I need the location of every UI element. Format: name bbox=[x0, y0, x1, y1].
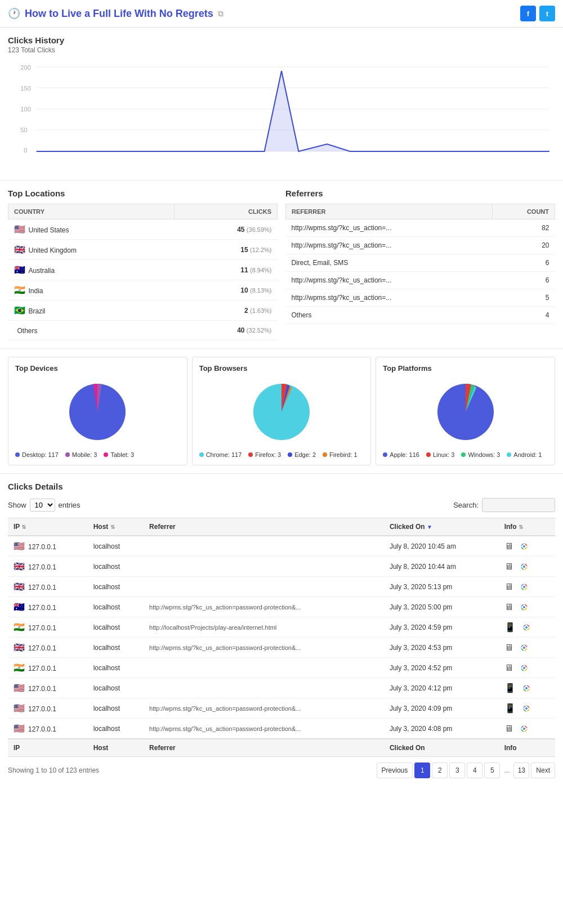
prev-button[interactable]: Previous bbox=[377, 762, 413, 778]
table-controls: Show 10 25 50 entries Search: bbox=[8, 498, 555, 512]
platforms-pie bbox=[383, 378, 548, 446]
legend-item: Chrome: 117 bbox=[199, 451, 242, 458]
location-country: 🇺🇸United States bbox=[8, 219, 175, 240]
devices-legend: Desktop: 117Mobile: 3Tablet: 3 bbox=[15, 451, 180, 458]
copy-icon[interactable]: ⧉ bbox=[218, 9, 224, 19]
social-icons: f t bbox=[520, 6, 555, 21]
info-column-header[interactable]: Info ⇅ bbox=[499, 518, 555, 536]
location-row: 🇦🇺Australia 11 (8.94%) bbox=[8, 260, 278, 280]
row-referrer bbox=[144, 658, 384, 678]
svg-text:0: 0 bbox=[24, 147, 27, 154]
location-clicks: 10 (8.13%) bbox=[175, 280, 278, 300]
svg-point-22 bbox=[523, 586, 525, 588]
top-devices-panel: Top Devices Desktop: 117Mobile: 3Tablet:… bbox=[8, 357, 187, 465]
svg-text:100: 100 bbox=[20, 106, 31, 113]
desktop-icon: 🖥 bbox=[504, 643, 513, 653]
row-referrer: http://localhost/Projects/play-area/inte… bbox=[144, 617, 384, 638]
legend-item: Windows: 3 bbox=[461, 451, 500, 458]
host-footer: Host bbox=[88, 739, 144, 757]
row-ip: 🇮🇳127.0.0.1 bbox=[8, 658, 88, 678]
referrer-count: 4 bbox=[492, 307, 555, 324]
referrer-footer: Referrer bbox=[144, 739, 384, 757]
row-info: 🖥 bbox=[499, 638, 555, 658]
location-row: 🇬🇧United Kingdom 15 (12.2%) bbox=[8, 240, 278, 260]
page-1-button[interactable]: 1 bbox=[414, 762, 430, 778]
ip-column-header[interactable]: IP ⇅ bbox=[8, 518, 88, 536]
row-ip: 🇬🇧127.0.0.1 bbox=[8, 557, 88, 577]
referrer-url: Others bbox=[286, 307, 493, 324]
row-clicked-on: July 3, 2020 4:52 pm bbox=[384, 658, 499, 678]
page-3-button[interactable]: 3 bbox=[449, 762, 465, 778]
referrer-row: Direct, Email, SMS 6 bbox=[286, 254, 555, 272]
chrome-icon bbox=[519, 724, 529, 734]
location-country: Others bbox=[8, 321, 175, 340]
page-5-button[interactable]: 5 bbox=[484, 762, 500, 778]
referrer-count: 6 bbox=[492, 254, 555, 272]
chrome-icon bbox=[519, 541, 529, 551]
search-input[interactable] bbox=[482, 498, 555, 512]
svg-point-25 bbox=[523, 606, 525, 608]
show-entries: Show 10 25 50 entries bbox=[8, 499, 81, 512]
referrer-url: http://wpms.stg/?kc_us_action=... bbox=[286, 237, 493, 254]
row-referrer bbox=[144, 678, 384, 698]
page-2-button[interactable]: 2 bbox=[432, 762, 448, 778]
row-info: 🖥 bbox=[499, 536, 555, 557]
row-host: localhost bbox=[88, 617, 144, 638]
twitter-button[interactable]: t bbox=[539, 6, 555, 21]
row-info: 🖥 bbox=[499, 557, 555, 577]
clicked-on-column-header[interactable]: Clicked On ▼ bbox=[384, 518, 499, 536]
page-13-button[interactable]: 13 bbox=[513, 762, 529, 778]
platforms-legend: Apple: 116Linux: 3Windows: 3Android: 1 bbox=[383, 451, 548, 458]
table-footer: Showing 1 to 10 of 123 entries Previous … bbox=[8, 762, 555, 778]
browsers-pie bbox=[199, 378, 364, 446]
table-row: 🇺🇸127.0.0.1 localhost July 8, 2020 10:45… bbox=[8, 536, 555, 557]
entries-select[interactable]: 10 25 50 bbox=[30, 499, 55, 512]
desktop-icon: 🖥 bbox=[504, 582, 513, 592]
header-left: 🕐 How to Live a Full Life With No Regret… bbox=[8, 7, 224, 20]
referrer-row: Others 4 bbox=[286, 307, 555, 324]
top-platforms-title: Top Platforms bbox=[383, 364, 548, 373]
row-host: localhost bbox=[88, 638, 144, 658]
referrer-row: http://wpms.stg/?kc_us_action=... 6 bbox=[286, 272, 555, 289]
row-ip: 🇺🇸127.0.0.1 bbox=[8, 698, 88, 719]
svg-point-37 bbox=[525, 687, 528, 689]
row-ip: 🇺🇸127.0.0.1 bbox=[8, 719, 88, 739]
host-column-header[interactable]: Host ⇅ bbox=[88, 518, 144, 536]
row-info: 🖥 bbox=[499, 577, 555, 597]
row-referrer bbox=[144, 536, 384, 557]
referrers-title: Referrers bbox=[285, 189, 555, 198]
page-4-button[interactable]: 4 bbox=[467, 762, 482, 778]
location-clicks: 11 (8.94%) bbox=[175, 260, 278, 280]
row-referrer: http://wpms.stg/?kc_us_action=password-p… bbox=[144, 597, 384, 617]
info-footer: Info bbox=[499, 739, 555, 757]
svg-point-16 bbox=[523, 545, 525, 548]
clicks-chart: 200 150 100 50 0 bbox=[8, 60, 555, 172]
location-row: 🇮🇳India 10 (8.13%) bbox=[8, 280, 278, 300]
show-label: Show bbox=[8, 501, 26, 509]
row-referrer: http://wpms.stg/?kc_us_action=password-p… bbox=[144, 719, 384, 739]
row-ip: 🇺🇸127.0.0.1 bbox=[8, 678, 88, 698]
chrome-icon bbox=[519, 602, 529, 612]
locations-table: COUNTRY CLICKS 🇺🇸United States 45 (36.59… bbox=[8, 204, 278, 340]
legend-item: Linux: 3 bbox=[426, 451, 455, 458]
search-label: Search: bbox=[453, 501, 479, 509]
table-row: 🇬🇧127.0.0.1 localhost July 3, 2020 5:13 … bbox=[8, 577, 555, 597]
table-row: 🇬🇧127.0.0.1 localhost http://wpms.stg/?k… bbox=[8, 638, 555, 658]
row-host: localhost bbox=[88, 577, 144, 597]
chrome-icon bbox=[519, 663, 529, 673]
next-button[interactable]: Next bbox=[531, 762, 555, 778]
mobile-icon: 📱 bbox=[504, 683, 516, 693]
clicks-history-section: Clicks History 123 Total Clicks 200 150 … bbox=[0, 28, 563, 181]
entries-label: entries bbox=[59, 501, 81, 509]
row-clicked-on: July 8, 2020 10:45 am bbox=[384, 536, 499, 557]
table-row: 🇺🇸127.0.0.1 localhost http://wpms.stg/?k… bbox=[8, 719, 555, 739]
search-box: Search: bbox=[453, 498, 555, 512]
referrer-url: http://wpms.stg/?kc_us_action=... bbox=[286, 219, 493, 237]
svg-text:50: 50 bbox=[20, 127, 27, 133]
devices-pie bbox=[15, 378, 180, 446]
row-clicked-on: July 3, 2020 4:59 pm bbox=[384, 617, 499, 638]
facebook-button[interactable]: f bbox=[520, 6, 536, 21]
svg-marker-10 bbox=[37, 71, 549, 151]
row-referrer: http://wpms.stg/?kc_us_action=password-p… bbox=[144, 638, 384, 658]
referrer-count: 5 bbox=[492, 289, 555, 307]
